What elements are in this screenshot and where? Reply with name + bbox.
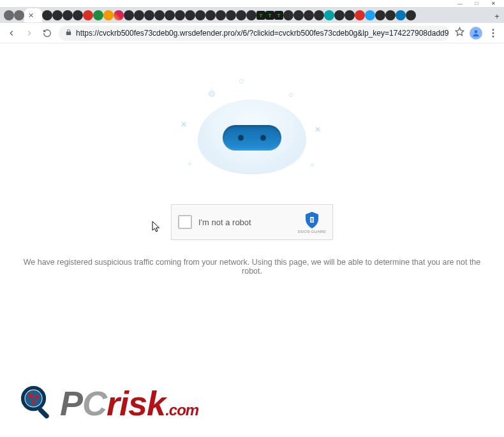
reload-button[interactable]	[41, 27, 54, 40]
tab-favicon[interactable]	[365, 10, 375, 20]
tab-favicon[interactable]	[236, 10, 246, 20]
captcha-provider-logo: DDOS-GUARD	[298, 211, 326, 233]
tab-favicon[interactable]: T	[256, 11, 265, 20]
tab-favicon[interactable]	[355, 10, 365, 20]
tab-favicon[interactable]	[226, 10, 236, 20]
tab-favicon[interactable]	[114, 10, 124, 20]
tab-favicon[interactable]	[134, 10, 144, 20]
tab-favicon[interactable]	[324, 10, 334, 20]
tab-favicon[interactable]	[396, 10, 406, 20]
window-title-bar: — □ ✕	[0, 0, 504, 8]
watermark-text: PCrisk.com	[60, 383, 198, 423]
tab-favicon[interactable]	[406, 10, 416, 20]
bookmark-star-icon[interactable]	[455, 27, 464, 39]
lock-icon	[65, 29, 72, 38]
back-button[interactable]	[5, 27, 18, 40]
pcrisk-watermark: PCrisk.com	[20, 383, 198, 423]
window-minimize-button[interactable]: —	[452, 0, 468, 8]
browser-menu-button[interactable]	[487, 29, 499, 38]
tab-favicon[interactable]	[73, 10, 83, 20]
captcha-widget: I'm not a robot DDOS-GUARD	[171, 204, 333, 240]
tab-favicon[interactable]	[314, 10, 324, 20]
robot-illustration: ✕ ✕	[169, 74, 335, 189]
tab-favicon[interactable]	[195, 10, 205, 20]
captcha-checkbox[interactable]	[178, 215, 192, 229]
new-tab-button[interactable]: +	[490, 9, 504, 23]
tab-favicon[interactable]	[283, 10, 293, 20]
svg-rect-13	[37, 407, 50, 420]
svg-rect-6	[311, 219, 313, 220]
captcha-provider-name: DDOS-GUARD	[298, 230, 326, 233]
tab-favicon[interactable]	[246, 10, 256, 20]
tab-favicon[interactable]	[185, 10, 195, 20]
svg-point-0	[475, 30, 478, 33]
robot-head-icon	[198, 100, 306, 173]
svg-rect-5	[311, 218, 313, 219]
tab-favicon[interactable]	[385, 10, 396, 20]
svg-point-1	[493, 29, 494, 31]
suspicious-traffic-message: We have registered suspicious traffic co…	[0, 258, 504, 276]
forward-button[interactable]	[23, 27, 36, 40]
url-text: https://cvckrb500fes73cdeb0g.wrsdefender…	[76, 29, 450, 38]
tab-favicon[interactable]	[63, 10, 73, 20]
tab-favicon[interactable]: T	[274, 11, 283, 20]
tab-favicon[interactable]	[93, 10, 103, 20]
tab-favicon[interactable]	[154, 10, 165, 20]
tab-close-icon[interactable]: ✕	[28, 11, 34, 20]
tab-favicon[interactable]	[4, 10, 14, 20]
tab-favicon[interactable]	[144, 10, 154, 20]
tab-favicon[interactable]	[345, 10, 355, 20]
profile-avatar[interactable]	[470, 27, 482, 40]
tab-favicon[interactable]	[175, 10, 185, 20]
address-bar[interactable]: https://cvckrb500fes73cdeb0g.wrsdefender…	[59, 26, 450, 41]
tab-favicon[interactable]	[334, 10, 345, 20]
page-viewport: ✕ ✕ I'm not a robot DDOS-GUARD We have r…	[0, 43, 504, 437]
svg-point-3	[493, 35, 494, 37]
tab-favicon[interactable]	[103, 10, 114, 20]
svg-rect-7	[311, 221, 313, 221]
browser-toolbar: https://cvckrb500fes73cdeb0g.wrsdefender…	[0, 23, 504, 43]
svg-point-10	[29, 394, 33, 398]
tab-favicon[interactable]	[165, 10, 175, 20]
tab-favicon[interactable]	[83, 10, 93, 20]
tab-favicon[interactable]	[293, 10, 304, 20]
tab-favicon[interactable]	[14, 10, 24, 20]
tab-favicon[interactable]	[42, 10, 52, 20]
tab-favicon[interactable]	[205, 10, 216, 20]
svg-point-2	[493, 32, 494, 34]
tab-favicon[interactable]	[216, 10, 226, 20]
svg-point-11	[35, 396, 39, 399]
tab-favicon[interactable]	[52, 10, 63, 20]
tab-favicon[interactable]: T	[265, 11, 274, 20]
cursor-icon	[152, 221, 161, 235]
magnifier-bug-icon	[20, 385, 56, 421]
shield-icon	[304, 211, 320, 229]
window-close-button[interactable]: ✕	[485, 0, 501, 8]
tab-favicon[interactable]	[304, 10, 314, 20]
window-maximize-button[interactable]: □	[468, 0, 485, 8]
background-tabs: ✕ T T T	[4, 8, 490, 23]
svg-point-12	[32, 400, 36, 404]
tab-favicon[interactable]	[124, 10, 134, 20]
captcha-label: I'm not a robot	[198, 218, 292, 227]
tab-strip: ✕ T T T	[0, 8, 504, 23]
svg-point-9	[25, 390, 41, 406]
tab-favicon[interactable]	[375, 10, 385, 20]
active-tab[interactable]: ✕	[24, 8, 42, 22]
